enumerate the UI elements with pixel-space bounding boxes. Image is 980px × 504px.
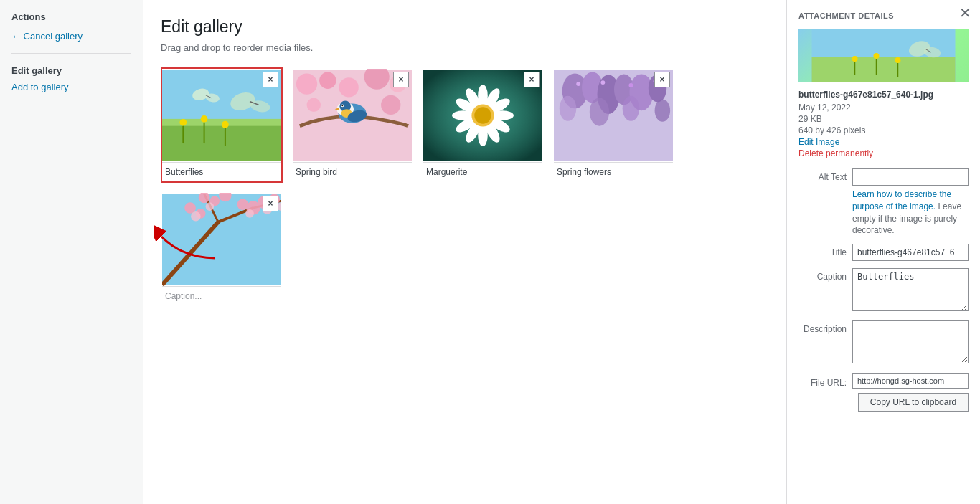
remove-marguerite-button[interactable]: × [524,72,540,87]
cancel-gallery-link[interactable]: ← Cancel gallery [11,31,131,42]
file-url-label: File URL: [798,374,852,388]
title-content [852,244,969,261]
svg-point-80 [191,211,201,222]
title-label: Title [798,244,852,257]
svg-point-60 [628,83,633,87]
svg-point-45 [474,107,491,123]
description-textarea[interactable] [852,320,969,363]
attachment-dimensions: 640 by 426 pixels [798,125,969,135]
caption-textarea[interactable]: Butterflies [852,268,969,311]
gallery-caption-spring-bird [293,162,412,181]
svg-point-22 [381,95,400,115]
alt-text-help: Learn how to describe the purpose of the… [852,189,969,237]
attachment-filesize: 29 KB [798,114,969,124]
alt-text-input[interactable] [852,168,969,186]
gallery-item-butterflies[interactable]: × [161,67,283,183]
sidebar-divider [11,53,131,54]
gallery-caption-input-5[interactable] [165,291,278,301]
svg-point-54 [560,96,576,121]
main-content: Edit gallery Drag and drop to reorder me… [143,0,786,504]
description-row: Description [798,320,969,366]
gallery-item-spring-bird[interactable]: × [291,67,413,183]
svg-point-3 [179,119,187,126]
svg-point-59 [600,80,605,85]
svg-rect-83 [812,57,956,82]
attachment-thumbnail [798,29,969,82]
svg-point-79 [206,202,215,211]
caption-row: Caption Butterflies [798,268,969,313]
close-dialog-button[interactable]: ✕ [959,6,971,20]
gallery-caption-input-spring-bird[interactable] [296,167,409,177]
title-row: Title [798,244,969,261]
title-input[interactable] [852,244,969,261]
svg-point-76 [245,209,254,218]
svg-point-84 [852,56,858,62]
sidebar-section-title: Edit gallery [11,65,131,76]
page-subtitle: Drag and drop to reorder media files. [161,42,769,53]
caption-content: Butterflies [852,268,969,313]
add-to-gallery-link[interactable]: Add to gallery [11,82,69,92]
attachment-date: May 12, 2022 [798,103,969,113]
gallery-caption-5 [162,286,281,305]
attachment-panel: ATTACHMENT DETAILS butterflies-g467e81c5… [786,0,980,504]
remove-spring-flowers-button[interactable]: × [654,72,670,87]
svg-point-17 [319,72,336,88]
gallery-caption-input-butterflies[interactable] [165,167,278,177]
remove-caption-button[interactable]: × [263,196,278,211]
svg-point-5 [222,121,229,128]
app-container: Actions ← Cancel gallery Edit gallery Ad… [0,0,980,504]
svg-point-21 [307,98,321,113]
page-title: Edit gallery [161,17,769,37]
attachment-panel-title: ATTACHMENT DETAILS [798,11,969,20]
caption-label: Caption [798,268,852,282]
svg-point-18 [339,77,358,97]
svg-point-58 [576,82,580,86]
sidebar-actions-title: Actions [11,11,131,22]
alt-text-content: Learn how to describe the purpose of the… [852,168,969,237]
svg-rect-2 [162,126,281,161]
delete-permanently-link[interactable]: Delete permanently [798,148,969,158]
sidebar: Actions ← Cancel gallery Edit gallery Ad… [0,0,143,504]
alt-text-row: Alt Text Learn how to describe the purpo… [798,168,969,237]
svg-point-68 [237,199,248,210]
remove-butterflies-button[interactable]: × [263,72,278,87]
description-label: Description [798,320,852,334]
svg-point-16 [296,73,317,94]
gallery-caption-input-spring-flowers[interactable] [557,167,670,177]
attachment-filename: butterflies-g467e81c57_640-1.jpg [798,90,969,100]
edit-image-link[interactable]: Edit Image [798,137,969,147]
gallery-caption-spring-flowers [554,162,673,181]
svg-point-29 [341,105,343,106]
file-url-row: File URL: [798,373,969,389]
svg-point-56 [623,96,639,121]
remove-spring-bird-button[interactable]: × [393,72,409,87]
svg-point-57 [655,100,670,122]
file-url-input[interactable] [852,373,969,389]
gallery-grid: × [161,67,769,307]
svg-point-55 [590,98,609,126]
svg-point-86 [895,57,901,63]
alt-text-label: Alt Text [798,168,852,182]
gallery-caption-input-marguerite[interactable] [426,167,540,177]
gallery-item-marguerite[interactable]: × [422,67,544,183]
alt-text-field: Alt Text Learn how to describe the purpo… [798,168,969,237]
gallery-item-spring-flowers[interactable]: × [552,67,674,183]
svg-point-4 [201,115,208,123]
gallery-caption-butterflies [162,162,281,181]
gallery-item-caption[interactable]: × [161,191,283,307]
copy-url-button[interactable]: Copy URL to clipboard [858,393,969,412]
gallery-caption-marguerite [423,162,542,181]
svg-point-85 [874,53,880,59]
description-content [852,320,969,366]
